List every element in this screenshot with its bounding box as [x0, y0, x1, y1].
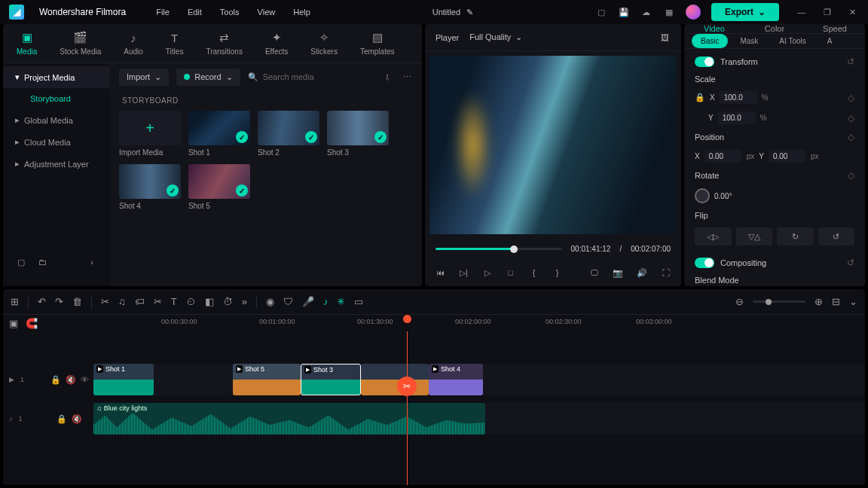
- zoom-in-icon[interactable]: ⊕: [815, 296, 823, 307]
- playhead[interactable]: ✂: [407, 331, 408, 485]
- scale-y-input[interactable]: [718, 111, 756, 124]
- snapshot-icon[interactable]: 🖼: [659, 32, 671, 44]
- sidebar-item-cloudmedia[interactable]: ▸Cloud Media: [3, 131, 110, 153]
- quality-dropdown[interactable]: Full Quality⌄: [469, 32, 522, 42]
- import-media-tile[interactable]: +Import Media: [119, 111, 181, 157]
- compositing-reset-icon[interactable]: ↺: [847, 258, 854, 268]
- tab-stockmedia[interactable]: 🎬Stock Media: [60, 31, 101, 56]
- clip-shot-extra[interactable]: [361, 364, 429, 395]
- thumb-shot3[interactable]: ✓Shot 3: [327, 111, 389, 157]
- open-folder-icon[interactable]: 🗀: [36, 256, 48, 268]
- rotate-ccw-icon[interactable]: ↺: [818, 227, 855, 246]
- preview-scrubber[interactable]: 00:01:41:12 / 00:02:07:00: [425, 239, 681, 259]
- undo-icon[interactable]: ↶: [38, 296, 46, 307]
- cut-icon[interactable]: ✂: [101, 296, 109, 307]
- position-reset-icon[interactable]: ◇: [848, 132, 854, 142]
- zoom-out-icon[interactable]: ⊖: [735, 296, 744, 307]
- subtab-aitools[interactable]: AI Tools: [770, 34, 815, 48]
- compositing-toggle[interactable]: [695, 258, 714, 268]
- scale-x-input[interactable]: [720, 91, 757, 104]
- thumb-shot2[interactable]: ✓Shot 2: [258, 111, 319, 157]
- thumb-shot1[interactable]: ✓Shot 1: [188, 111, 250, 157]
- preview-viewport[interactable]: [429, 56, 677, 234]
- tab-audio[interactable]: ♪Audio: [124, 31, 143, 56]
- thumb-shot5[interactable]: ✓Shot 5: [188, 164, 250, 210]
- cloud-icon[interactable]: ☁: [640, 6, 653, 18]
- grid-icon[interactable]: ▦: [663, 6, 675, 18]
- timeline-ruler[interactable]: ▣ 🧲 00:00:30:00 00:01:00:00 00:01:30:00 …: [3, 315, 865, 331]
- more-icon[interactable]: ⋯: [401, 71, 413, 83]
- edit-title-icon[interactable]: ✎: [466, 8, 473, 17]
- tab-templates[interactable]: ▤Templates: [360, 31, 395, 56]
- mute-icon[interactable]: 🔇: [66, 375, 76, 385]
- tab-media[interactable]: ▣Media: [17, 31, 37, 56]
- folder-icon[interactable]: ▢: [15, 256, 27, 268]
- caption-icon[interactable]: ▭: [354, 296, 363, 307]
- sidebar-item-projectmedia[interactable]: ▾Project Media: [3, 66, 110, 88]
- text-icon[interactable]: T: [171, 296, 177, 307]
- track-collapse-icon[interactable]: ▣: [9, 318, 18, 329]
- document-title[interactable]: Untitled ✎: [432, 8, 473, 17]
- collapse-icon[interactable]: ‹: [86, 256, 98, 268]
- audio-clip[interactable]: ♫Blue city lights: [93, 403, 485, 435]
- clip-shot4[interactable]: Shot 4: [429, 364, 483, 395]
- volume-icon[interactable]: 🔊: [637, 267, 647, 279]
- split-icon[interactable]: ✂: [397, 377, 417, 396]
- eye-icon[interactable]: 👁: [81, 375, 89, 385]
- scale-y-reset-icon[interactable]: ◇: [848, 113, 854, 124]
- search-input[interactable]: 🔍Search media: [248, 72, 374, 82]
- tab-stickers[interactable]: ✧Stickers: [310, 31, 338, 56]
- mark-out-icon[interactable]: }: [552, 267, 562, 279]
- audio-sync-icon[interactable]: ♪: [323, 296, 329, 307]
- chevron-down-icon[interactable]: ⌄: [849, 296, 857, 307]
- speed-icon[interactable]: ⏲: [186, 296, 196, 307]
- redo-icon[interactable]: ↷: [55, 296, 63, 307]
- stop-icon[interactable]: □: [506, 267, 515, 279]
- position-y-input[interactable]: [769, 150, 806, 163]
- lock-icon[interactable]: 🔒: [695, 93, 705, 102]
- lock-icon[interactable]: 🔒: [57, 414, 67, 424]
- prev-frame-icon[interactable]: ⏮: [436, 267, 445, 279]
- subtab-mask[interactable]: Mask: [731, 34, 767, 48]
- magnetic-icon[interactable]: 🧲: [26, 318, 38, 329]
- subtab-basic[interactable]: Basic: [692, 34, 728, 48]
- display-settings-icon[interactable]: 🖵: [589, 267, 599, 279]
- layout-icon[interactable]: ⊞: [11, 296, 19, 307]
- thumb-shot4[interactable]: ✓Shot 4: [119, 164, 181, 210]
- import-dropdown[interactable]: Import⌄: [119, 69, 169, 86]
- clip-shot1[interactable]: Shot 1: [93, 364, 154, 395]
- mark-in-icon[interactable]: {: [529, 267, 539, 279]
- play-reverse-icon[interactable]: ▷|: [459, 267, 469, 279]
- record-dropdown[interactable]: Record⌄: [176, 69, 240, 86]
- device-icon[interactable]: ▢: [595, 6, 607, 18]
- proptab-color[interactable]: Color: [744, 24, 805, 33]
- clip-shot3[interactable]: Shot 3: [301, 364, 361, 395]
- minimize-icon[interactable]: —: [796, 6, 808, 18]
- menu-help[interactable]: Help: [293, 8, 310, 17]
- auto-beat-icon[interactable]: ✳: [337, 296, 345, 307]
- mute-icon[interactable]: 🔇: [72, 414, 82, 424]
- menu-tools[interactable]: Tools: [220, 8, 240, 17]
- rotate-knob[interactable]: [695, 188, 710, 203]
- maximize-icon[interactable]: ❐: [821, 6, 833, 18]
- timeline-body[interactable]: ✂ ▶1 🔒🔇👁 Shot 1 Shot 5 Shot 3 Shot 4 ♪1 …: [3, 331, 865, 485]
- rotate-reset-icon[interactable]: ◇: [848, 170, 854, 181]
- avatar[interactable]: [686, 5, 701, 20]
- camera-icon[interactable]: 📷: [613, 267, 623, 279]
- filter-icon[interactable]: ⫱: [381, 71, 393, 83]
- scale-x-reset-icon[interactable]: ◇: [848, 93, 854, 103]
- shield-icon[interactable]: 🛡: [283, 296, 293, 307]
- tag-icon[interactable]: 🏷: [135, 296, 145, 307]
- menu-edit[interactable]: Edit: [188, 8, 202, 17]
- zoom-slider[interactable]: [753, 300, 805, 303]
- crop-icon[interactable]: ✂: [154, 296, 162, 307]
- tab-transitions[interactable]: ⇄Transitions: [206, 31, 243, 56]
- music-icon[interactable]: ♫: [118, 296, 126, 307]
- mark-icon[interactable]: ◉: [266, 296, 274, 307]
- timer-icon[interactable]: ⏱: [223, 296, 233, 307]
- rotate-cw-icon[interactable]: ↻: [777, 227, 814, 246]
- export-button[interactable]: Export ⌄: [711, 3, 779, 21]
- view-mode-icon[interactable]: ⊟: [832, 296, 840, 307]
- close-icon[interactable]: ✕: [847, 6, 859, 18]
- transform-toggle[interactable]: [695, 56, 714, 67]
